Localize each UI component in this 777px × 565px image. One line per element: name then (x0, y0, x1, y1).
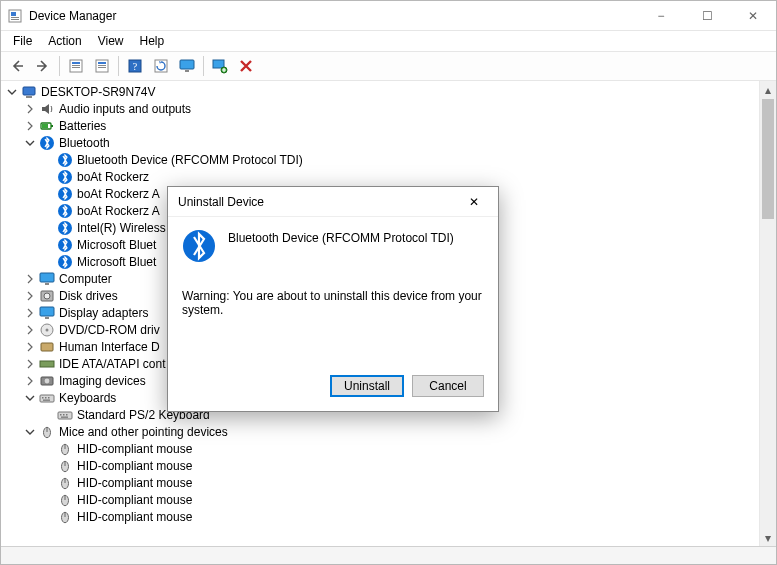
tree-item-label: Computer (59, 272, 112, 286)
tree-device-icon (57, 492, 73, 508)
tree-category-icon (39, 339, 55, 355)
tree-item-label: HID-compliant mouse (77, 510, 192, 524)
tree-caret[interactable] (23, 374, 37, 388)
tree-category-icon (39, 390, 55, 406)
uninstall-device-button[interactable] (234, 54, 258, 78)
scrollbar-thumb[interactable] (762, 99, 774, 219)
tree-caret[interactable] (23, 272, 37, 286)
tree-item-label: DESKTOP-SR9N74V (41, 85, 156, 99)
window-close-button[interactable]: ✕ (730, 1, 776, 31)
tree-device[interactable]: boAt Rockerz (1, 168, 759, 185)
tree-item-label: HID-compliant mouse (77, 493, 192, 507)
help-button[interactable] (123, 54, 147, 78)
tree-item-label: HID-compliant mouse (77, 476, 192, 490)
cancel-button[interactable]: Cancel (412, 375, 484, 397)
dialog-title: Uninstall Device (178, 195, 456, 209)
monitor-button[interactable] (175, 54, 199, 78)
tree-device-icon (57, 475, 73, 491)
tree-category-icon (39, 271, 55, 287)
window-title: Device Manager (29, 9, 638, 23)
tree-category[interactable]: Mice and other pointing devices (1, 423, 759, 440)
tree-device[interactable]: HID-compliant mouse (1, 491, 759, 508)
tree-item-label: Imaging devices (59, 374, 146, 388)
device-manager-window: Device Manager − ☐ ✕ File Action View He… (0, 0, 777, 565)
tree-category[interactable]: Batteries (1, 117, 759, 134)
tree-category[interactable]: Bluetooth (1, 134, 759, 151)
dialog-close-button[interactable]: ✕ (456, 188, 492, 216)
tree-caret[interactable] (23, 119, 37, 133)
nav-back-button[interactable] (5, 54, 29, 78)
tree-item-label: Disk drives (59, 289, 118, 303)
tree-device-icon (57, 152, 73, 168)
tree-device-icon (57, 237, 73, 253)
tree-item-label: Keyboards (59, 391, 116, 405)
tree-device-icon (57, 203, 73, 219)
tree-device-icon (57, 509, 73, 525)
window-minimize-button[interactable]: − (638, 1, 684, 31)
tree-device[interactable]: HID-compliant mouse (1, 457, 759, 474)
tree-item-label: Display adapters (59, 306, 148, 320)
scan-hardware-button[interactable] (208, 54, 232, 78)
tree-item-label: boAt Rockerz A (77, 204, 160, 218)
tree-caret[interactable] (23, 136, 37, 150)
properties-button[interactable] (90, 54, 114, 78)
tree-device-icon (57, 186, 73, 202)
tree-item-label: Microsoft Bluet (77, 255, 156, 269)
uninstall-button[interactable]: Uninstall (330, 375, 404, 397)
show-hidden-button[interactable] (64, 54, 88, 78)
tree-item-label: boAt Rockerz A (77, 187, 160, 201)
tree-caret[interactable] (23, 425, 37, 439)
tree-category-icon (39, 118, 55, 134)
uninstall-device-dialog: Uninstall Device ✕ Bluetooth Device (RFC… (167, 186, 499, 412)
tree-caret[interactable] (23, 323, 37, 337)
vertical-scrollbar[interactable]: ▴ ▾ (759, 81, 776, 546)
tree-device-icon (57, 169, 73, 185)
tree-category-icon (39, 135, 55, 151)
tree-item-label: HID-compliant mouse (77, 442, 192, 456)
tree-device-icon (57, 407, 73, 423)
titlebar: Device Manager − ☐ ✕ (1, 1, 776, 31)
tree-device[interactable]: HID-compliant mouse (1, 508, 759, 525)
dialog-warning-text: Warning: You are about to uninstall this… (182, 289, 484, 317)
tree-item-label: Bluetooth Device (RFCOMM Protocol TDI) (77, 153, 303, 167)
tree-caret[interactable] (23, 102, 37, 116)
update-driver-button[interactable] (149, 54, 173, 78)
tree-category[interactable]: Audio inputs and outputs (1, 100, 759, 117)
tree-device[interactable]: HID-compliant mouse (1, 474, 759, 491)
tree-device[interactable]: HID-compliant mouse (1, 440, 759, 457)
tree-caret[interactable] (23, 357, 37, 371)
toolbar (1, 51, 776, 81)
menu-action[interactable]: Action (40, 32, 89, 50)
tree-item-label: Audio inputs and outputs (59, 102, 191, 116)
tree-caret-root[interactable] (5, 85, 19, 99)
tree-root-icon (21, 84, 37, 100)
tree-item-label: Intel(R) Wireless (77, 221, 166, 235)
scroll-up-icon[interactable]: ▴ (760, 81, 776, 98)
tree-category-icon (39, 305, 55, 321)
menu-help[interactable]: Help (132, 32, 173, 50)
tree-item-label: Microsoft Bluet (77, 238, 156, 252)
tree-item-label: boAt Rockerz (77, 170, 149, 184)
dialog-device-name: Bluetooth Device (RFCOMM Protocol TDI) (228, 229, 454, 245)
tree-device-icon (57, 458, 73, 474)
nav-forward-button[interactable] (31, 54, 55, 78)
tree-caret[interactable] (23, 289, 37, 303)
tree-category-icon (39, 322, 55, 338)
tree-category-icon (39, 101, 55, 117)
menu-file[interactable]: File (5, 32, 40, 50)
app-icon (7, 8, 23, 24)
window-maximize-button[interactable]: ☐ (684, 1, 730, 31)
tree-device[interactable]: Bluetooth Device (RFCOMM Protocol TDI) (1, 151, 759, 168)
dialog-titlebar: Uninstall Device ✕ (168, 187, 498, 217)
tree-caret[interactable] (23, 306, 37, 320)
menu-bar: File Action View Help (1, 31, 776, 51)
menu-view[interactable]: View (90, 32, 132, 50)
scroll-down-icon[interactable]: ▾ (760, 529, 776, 546)
tree-caret[interactable] (23, 340, 37, 354)
status-bar (1, 546, 776, 564)
tree-root[interactable]: DESKTOP-SR9N74V (1, 83, 759, 100)
tree-item-label: DVD/CD-ROM driv (59, 323, 160, 337)
tree-caret[interactable] (23, 391, 37, 405)
tree-item-label: IDE ATA/ATAPI cont (59, 357, 165, 371)
tree-item-label: Human Interface D (59, 340, 160, 354)
